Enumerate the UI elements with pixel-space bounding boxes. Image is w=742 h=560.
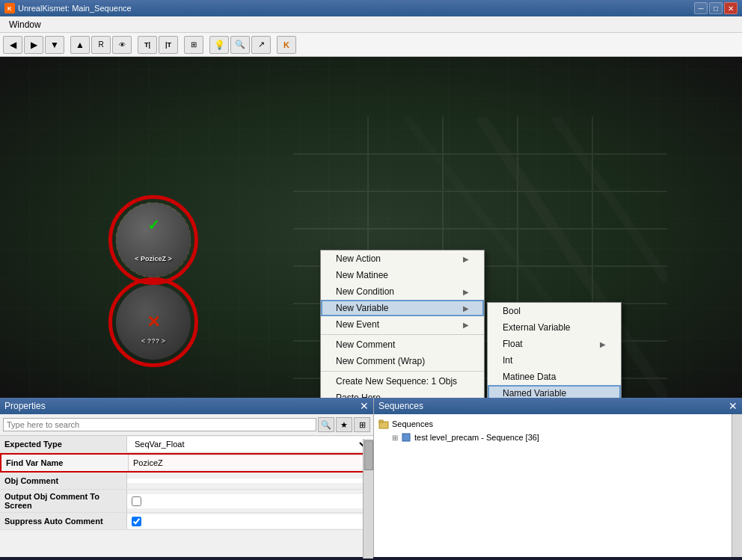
close-button[interactable]: ✕ xyxy=(724,2,738,14)
ctx-arrow-condition: ▶ xyxy=(463,288,469,296)
ctx-new-matinee[interactable]: New Matinee xyxy=(321,267,484,283)
sequences-title: Sequences xyxy=(378,401,423,411)
minimize-button[interactable]: ─ xyxy=(694,2,708,14)
ctx-new-action[interactable]: New Action ▶ xyxy=(321,250,484,267)
k-button[interactable]: K xyxy=(277,36,296,54)
sequences-scrollbar[interactable] xyxy=(732,414,742,557)
prop-label-obj-comment: Obj Comment xyxy=(0,473,127,489)
ctx-new-variable[interactable]: New Variable ▶ xyxy=(321,300,484,316)
ctx-new-comment-wrap[interactable]: New Comment (Wrap) xyxy=(321,353,484,369)
prop-row-suppress-auto-comment: Suppress Auto Comment xyxy=(0,513,373,530)
text2-button[interactable]: |T xyxy=(159,36,178,54)
ctx-create-sequence[interactable]: Create New Sequence: 1 Objs xyxy=(321,373,484,390)
ctx-arrow-variable: ▶ xyxy=(463,304,469,313)
sub-bool[interactable]: Bool xyxy=(488,303,621,319)
window-title: UnrealKismet: Main_Sequence xyxy=(18,4,132,13)
properties-panel: Properties ✕ 🔍 ★ ⊞ Expected Type SeqVar_… xyxy=(0,398,374,557)
prop-value-expected-type: SeqVar_Float xyxy=(127,437,373,452)
reload-button[interactable]: R xyxy=(91,36,111,54)
ctx-paste-here[interactable]: Paste Here xyxy=(321,390,484,398)
menu-window[interactable]: Window xyxy=(3,18,47,31)
menu-bar: Window xyxy=(0,16,742,33)
properties-header: Properties ✕ xyxy=(0,398,373,414)
prop-value-find-var-name xyxy=(129,456,372,470)
search-go-button[interactable]: 🔍 xyxy=(318,417,334,432)
search-options-button[interactable]: ⊞ xyxy=(354,417,370,432)
title-bar: K UnrealKismet: Main_Sequence ─ □ ✕ xyxy=(0,0,742,16)
node-unknown[interactable]: ✕ < ??? > xyxy=(116,285,191,360)
ctx-arrow-event: ▶ xyxy=(463,321,469,329)
sequences-tree: Sequences ⊞ test level_precam - Sequence… xyxy=(374,414,742,557)
node-pozicez[interactable]: ✓ < PoziceZ > xyxy=(116,203,191,277)
ctx-new-event[interactable]: New Event ▶ xyxy=(321,316,484,333)
context-menu: New Action ▶ New Matinee New Condition ▶… xyxy=(320,250,485,398)
back-button[interactable]: ◀ xyxy=(3,36,22,54)
seq-test-level-label: test level_precam - Sequence [36] xyxy=(414,433,539,442)
sub-external-variable[interactable]: External Variable xyxy=(488,319,621,336)
properties-search-bar: 🔍 ★ ⊞ xyxy=(0,414,373,436)
ctx-new-condition[interactable]: New Condition ▶ xyxy=(321,283,484,300)
find-var-name-input[interactable] xyxy=(133,458,367,467)
search-button[interactable]: 🔍 xyxy=(230,36,250,54)
svg-rect-15 xyxy=(379,420,383,422)
seq-item-sequences-root[interactable]: Sequences xyxy=(377,417,739,431)
sub-named-variable[interactable]: Named Variable xyxy=(488,385,621,398)
bottom-panels: Properties ✕ 🔍 ★ ⊞ Expected Type SeqVar_… xyxy=(0,398,742,557)
prop-value-suppress-auto-comment xyxy=(127,514,373,529)
forward-button[interactable]: ▶ xyxy=(24,36,43,54)
prop-label-expected-type: Expected Type xyxy=(0,436,127,452)
title-left: K UnrealKismet: Main_Sequence xyxy=(4,3,132,13)
tree-expand-icon[interactable]: ⊞ xyxy=(392,434,398,442)
expected-type-select[interactable]: SeqVar_Float xyxy=(132,439,369,449)
seq-item-test-level[interactable]: ⊞ test level_precam - Sequence [36] xyxy=(377,431,739,444)
ctx-separator-2 xyxy=(321,371,484,372)
prop-row-obj-comment: Obj Comment xyxy=(0,473,373,490)
prop-label-find-var-name: Find Var Name xyxy=(1,455,129,471)
node-pozicez-label: < PoziceZ > xyxy=(135,255,172,262)
properties-close-button[interactable]: ✕ xyxy=(360,400,369,412)
sequences-header: Sequences ✕ xyxy=(374,398,742,414)
svg-rect-16 xyxy=(402,434,410,441)
ctx-new-comment[interactable]: New Comment xyxy=(321,336,484,353)
ctx-arrow-action: ▶ xyxy=(463,255,469,263)
toggle-button[interactable]: 👁 xyxy=(112,36,132,54)
properties-title: Properties xyxy=(4,401,46,411)
ctx-separator-1 xyxy=(321,334,484,335)
app-icon: K xyxy=(4,3,15,13)
scrollbar-thumb[interactable] xyxy=(364,440,373,470)
sub-int[interactable]: Int xyxy=(488,352,621,369)
prop-row-find-var-name: Find Var Name xyxy=(0,453,373,473)
text1-button[interactable]: T| xyxy=(138,36,157,54)
sub-matinee-data[interactable]: Matinee Data xyxy=(488,369,621,385)
arrow-button[interactable]: ↗ xyxy=(251,36,271,54)
properties-scrollbar[interactable] xyxy=(363,439,373,559)
maximize-button[interactable]: □ xyxy=(709,2,723,14)
prop-label-output-obj-comment: Output Obj Comment To Screen xyxy=(0,490,127,512)
suppress-auto-comment-checkbox[interactable] xyxy=(132,517,141,526)
lightbulb-button[interactable]: 💡 xyxy=(209,36,229,54)
node-unknown-label: < ??? > xyxy=(141,337,165,345)
output-obj-comment-checkbox[interactable] xyxy=(132,496,141,506)
sequence-icon xyxy=(401,432,411,443)
prop-value-obj-comment xyxy=(127,479,373,483)
submenu: Bool External Variable Float ▶ Int Matin… xyxy=(487,302,622,398)
up-button[interactable]: ▲ xyxy=(70,36,90,54)
sub-float[interactable]: Float ▶ xyxy=(488,336,621,352)
seq-root-label: Sequences xyxy=(392,419,433,428)
prop-label-suppress-auto-comment: Suppress Auto Comment xyxy=(0,513,127,529)
prop-row-expected-type: Expected Type SeqVar_Float xyxy=(0,436,373,453)
folder-icon xyxy=(378,419,389,429)
dropdown-button[interactable]: ▼ xyxy=(45,36,64,54)
main-canvas[interactable]: ✓ < PoziceZ > ✕ < ??? > New Action ▶ New… xyxy=(0,57,742,398)
toolbar: ◀ ▶ ▼ ▲ R 👁 T| |T ⊞ 💡 🔍 ↗ K xyxy=(0,33,742,57)
prop-row-output-obj-comment: Output Obj Comment To Screen xyxy=(0,490,373,513)
sequences-panel: Sequences ✕ Sequences ⊞ xyxy=(374,398,742,557)
search-star-button[interactable]: ★ xyxy=(336,417,352,432)
title-buttons: ─ □ ✕ xyxy=(694,2,738,14)
sub-arrow-float: ▶ xyxy=(600,340,606,348)
prop-value-output-obj-comment xyxy=(127,494,373,508)
properties-search-input[interactable] xyxy=(3,418,316,431)
sequences-close-button[interactable]: ✕ xyxy=(729,400,738,412)
select-button[interactable]: ⊞ xyxy=(184,36,203,54)
